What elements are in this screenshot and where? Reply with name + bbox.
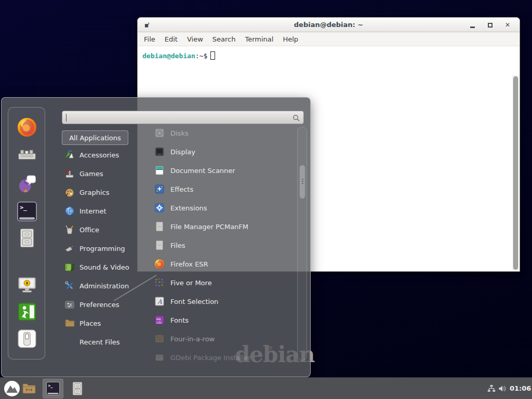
app-label: Firefox ESR bbox=[170, 260, 208, 268]
menu-item-terminal[interactable]: Terminal bbox=[240, 33, 278, 45]
firefox-icon[interactable] bbox=[17, 117, 37, 138]
volume-icon[interactable] bbox=[498, 384, 507, 393]
four-in-a-row-icon bbox=[154, 334, 165, 344]
app-extensions[interactable]: Extensions bbox=[148, 198, 296, 217]
app-label: Extensions bbox=[170, 204, 207, 212]
extensions-icon bbox=[154, 203, 165, 213]
app-label: Font Selection bbox=[170, 298, 218, 305]
category-label: Internet bbox=[79, 207, 107, 215]
menu-item-search[interactable]: Search bbox=[208, 33, 241, 45]
svg-text:>_: >_ bbox=[48, 383, 53, 388]
category-label: Office bbox=[79, 226, 99, 234]
category-administration[interactable]: Administration bbox=[60, 276, 147, 295]
taskbar: >_ 01:06 bbox=[0, 377, 532, 399]
app-files[interactable]: Files bbox=[148, 236, 296, 255]
app-document-scanner[interactable]: Document Scanner bbox=[148, 161, 296, 180]
category-label: Programming bbox=[79, 245, 125, 252]
five-or-more-icon bbox=[154, 277, 165, 288]
category-accessories[interactable]: Accessories bbox=[60, 145, 147, 164]
svg-text:a&: a& bbox=[156, 321, 162, 325]
categories-list: Accessories Games Graphics Internet Offi… bbox=[60, 145, 147, 351]
category-label: Games bbox=[79, 170, 103, 178]
search-icon bbox=[292, 114, 300, 122]
app-disks[interactable]: Disks bbox=[148, 124, 296, 142]
category-internet[interactable]: Internet bbox=[60, 202, 147, 220]
shutdown-icon[interactable] bbox=[17, 328, 37, 349]
category-sound-video[interactable]: Sound & Video bbox=[60, 258, 147, 276]
search-input[interactable] bbox=[62, 111, 303, 124]
gdebi-icon bbox=[154, 352, 165, 362]
menu-item-view[interactable]: View bbox=[182, 33, 208, 45]
apps-scrollbar[interactable] bbox=[297, 127, 307, 361]
terminal-scrollbar-thumb[interactable] bbox=[513, 76, 518, 270]
document-scanner-icon bbox=[154, 165, 165, 176]
lock-screen-icon[interactable] bbox=[17, 274, 37, 295]
menu-item-edit[interactable]: Edit bbox=[160, 33, 182, 45]
category-places[interactable]: Places bbox=[60, 314, 147, 332]
log-out-icon[interactable] bbox=[17, 301, 37, 322]
file-cabinet-icon[interactable] bbox=[17, 228, 37, 248]
menu-search-box[interactable] bbox=[62, 111, 304, 124]
app-file-manager-pcmanfm[interactable]: File Manager PCManFM bbox=[148, 217, 296, 236]
category-preferences[interactable]: Preferences bbox=[60, 295, 147, 314]
category-label: Administration bbox=[79, 282, 129, 290]
minimize-icon[interactable] bbox=[468, 20, 477, 30]
category-graphics[interactable]: Graphics bbox=[60, 183, 147, 202]
category-label: Preferences bbox=[79, 301, 119, 309]
category-recent-files[interactable]: Recent Files bbox=[60, 332, 147, 351]
software-keyboard-icon[interactable] bbox=[17, 145, 37, 166]
display-icon bbox=[154, 147, 165, 157]
app-four-in-a-row[interactable]: Four-in-a-row bbox=[148, 329, 296, 348]
wired-network-icon[interactable] bbox=[487, 384, 496, 393]
app-firefox-esr[interactable]: Firefox ESR bbox=[148, 255, 296, 273]
app-label: Fonts bbox=[170, 316, 189, 324]
category-office[interactable]: Office bbox=[60, 220, 147, 239]
app-effects[interactable]: Effects bbox=[148, 180, 296, 198]
no-icon bbox=[64, 337, 75, 347]
terminal-titlebar[interactable]: debian@debian: ~ ✕ bbox=[138, 18, 520, 32]
app-font-selection[interactable]: A Font Selection bbox=[148, 292, 296, 311]
app-gdebi-package-installer[interactable]: GDebi Package Installer bbox=[148, 348, 296, 362]
terminal-taskbar-button[interactable]: >_ bbox=[43, 379, 63, 398]
category-label: Accessories bbox=[79, 151, 119, 159]
search-caret bbox=[66, 114, 66, 122]
clock[interactable]: 01:06 bbox=[510, 384, 531, 392]
svg-text:A: A bbox=[157, 298, 162, 305]
app-fonts[interactable]: aaa& Fonts bbox=[148, 311, 296, 329]
app-label: Files bbox=[170, 242, 185, 249]
places-icon bbox=[64, 318, 75, 328]
maximize-icon[interactable] bbox=[485, 20, 495, 30]
category-label: Graphics bbox=[79, 189, 109, 196]
prompt-suffix: :~$ bbox=[195, 52, 207, 60]
app-five-or-more[interactable]: Five or More bbox=[148, 273, 296, 292]
category-programming[interactable]: Programming bbox=[60, 239, 147, 258]
all-applications-label: All Applications bbox=[69, 134, 121, 142]
pidgin-icon[interactable] bbox=[17, 173, 37, 194]
category-all-applications[interactable]: All Applications bbox=[62, 130, 128, 145]
font-selection-icon: A bbox=[154, 296, 165, 307]
category-games[interactable]: Games bbox=[60, 164, 147, 183]
file-cabinet-icon[interactable] bbox=[70, 381, 85, 396]
app-label: Document Scanner bbox=[170, 167, 235, 175]
folder-icon[interactable] bbox=[21, 381, 37, 396]
app-display[interactable]: Display bbox=[148, 142, 296, 161]
scrollbar-grip bbox=[302, 179, 303, 184]
fonts-icon: aaa& bbox=[154, 315, 165, 325]
menu-item-help[interactable]: Help bbox=[278, 33, 303, 45]
apps-scrollbar-thumb[interactable] bbox=[299, 165, 305, 199]
menu-item-file[interactable]: File bbox=[139, 33, 160, 45]
preferences-icon bbox=[64, 299, 75, 310]
menu-button[interactable] bbox=[4, 380, 20, 397]
terminal-scrollbar[interactable] bbox=[512, 75, 519, 271]
category-label: Recent Files bbox=[79, 338, 120, 346]
category-label: Places bbox=[79, 320, 101, 327]
close-icon[interactable]: ✕ bbox=[503, 20, 512, 30]
file-cabinet-icon bbox=[154, 240, 165, 250]
terminal-icon[interactable]: >_ bbox=[17, 201, 37, 222]
favorites-panel: >_ bbox=[8, 107, 45, 360]
office-icon bbox=[64, 224, 75, 235]
app-label: Display bbox=[170, 148, 195, 156]
app-label: Five or More bbox=[170, 279, 212, 287]
app-label: Four-in-a-row bbox=[170, 335, 215, 343]
file-cabinet-icon bbox=[154, 221, 165, 232]
